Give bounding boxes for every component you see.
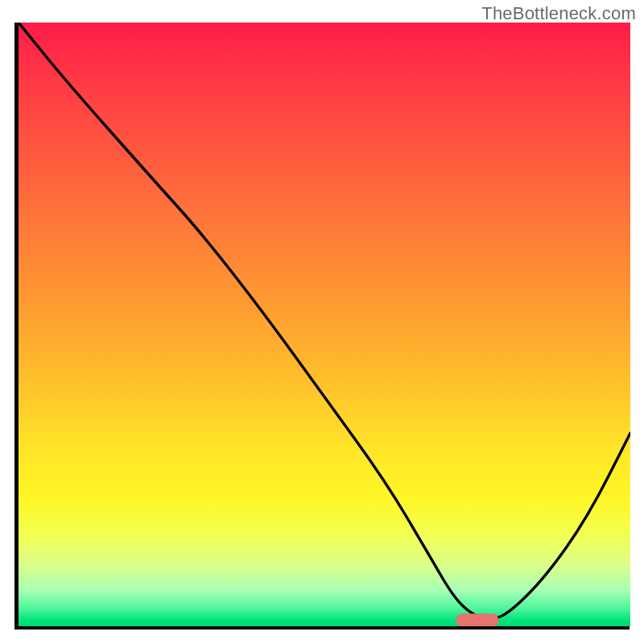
plot-frame — [14, 23, 630, 630]
overlay-svg — [19, 23, 630, 626]
optimal-region-marker — [456, 613, 498, 626]
bottleneck-curve — [19, 23, 630, 619]
plot-area — [19, 23, 630, 626]
watermark-text: TheBottleneck.com — [481, 3, 636, 24]
chart-canvas: TheBottleneck.com — [0, 0, 644, 644]
